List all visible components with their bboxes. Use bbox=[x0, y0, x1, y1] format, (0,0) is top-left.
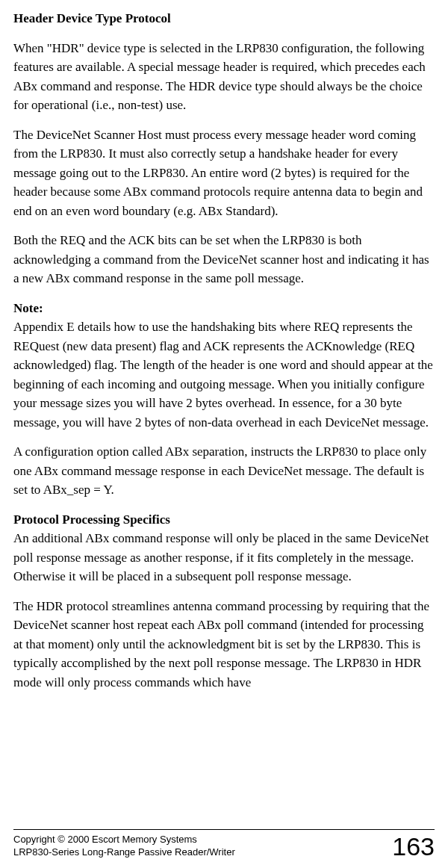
page-number: 163 bbox=[392, 834, 435, 859]
section-heading: Header Device Type Protocol bbox=[13, 9, 435, 28]
paragraph: The HDR protocol streamlines antenna com… bbox=[13, 597, 435, 692]
paragraph: The DeviceNet Scanner Host must process … bbox=[13, 125, 435, 221]
paragraph: When "HDR" device type is selected in th… bbox=[13, 39, 435, 115]
paragraph: An additional ABx command response will … bbox=[13, 529, 435, 586]
page-footer: Copyright © 2000 Escort Memory Systems L… bbox=[13, 829, 435, 859]
subsection-heading: Protocol Processing Specifics bbox=[13, 510, 435, 530]
copyright-line: Copyright © 2000 Escort Memory Systems bbox=[13, 833, 235, 846]
note-label: Note: bbox=[13, 299, 435, 318]
product-line: LRP830-Series Long-Range Passive Reader/… bbox=[13, 846, 235, 859]
page-content: Header Device Type Protocol When "HDR" d… bbox=[13, 9, 435, 808]
note-section: Note: Appendix E details how to use the … bbox=[13, 299, 435, 433]
paragraph: Appendix E details how to use the handsh… bbox=[13, 317, 435, 432]
footer-row: Copyright © 2000 Escort Memory Systems L… bbox=[13, 833, 435, 859]
subsection: Protocol Processing Specifics An additio… bbox=[13, 510, 435, 586]
footer-text: Copyright © 2000 Escort Memory Systems L… bbox=[13, 833, 235, 859]
paragraph: Both the REQ and the ACK bits can be set… bbox=[13, 231, 435, 288]
paragraph: A configuration option called ABx separa… bbox=[13, 442, 435, 500]
